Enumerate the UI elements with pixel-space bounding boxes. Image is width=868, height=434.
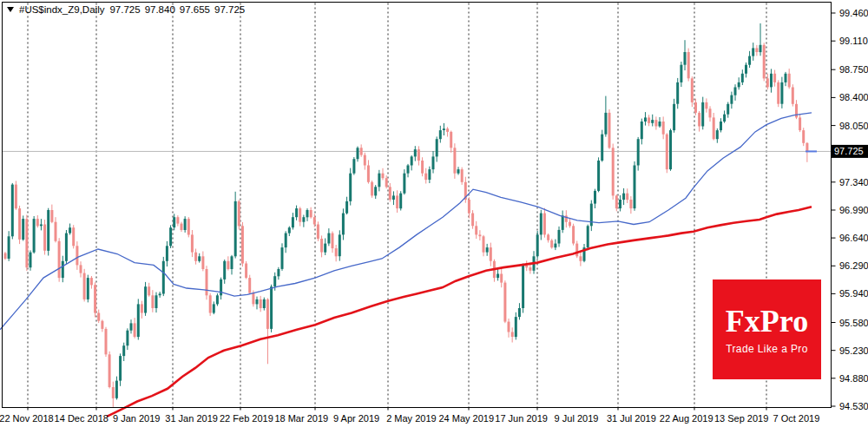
candle-down [201, 256, 204, 269]
candle-up [223, 261, 226, 279]
candle-up [536, 234, 539, 256]
candle-up [33, 219, 36, 253]
candle-up [515, 317, 517, 337]
price-tick-label: 99.110 [839, 36, 868, 46]
candle-up [770, 74, 773, 88]
candle-up [115, 381, 118, 398]
candle-down [802, 130, 805, 143]
candle-down [792, 88, 794, 104]
date-label: 18 Mar 2019 [274, 413, 328, 424]
candle-up [173, 217, 175, 227]
candle-up [518, 308, 521, 317]
price-tick-label: 94.530 [839, 401, 868, 411]
candle-up [11, 185, 14, 237]
candle-up [752, 48, 754, 56]
date-label: 22 Nov 2018 [0, 413, 54, 424]
candle-up [673, 104, 675, 130]
candle-up [562, 215, 564, 230]
candle-up [302, 217, 305, 222]
candle-up [428, 169, 431, 180]
candle-down [364, 155, 366, 166]
candle-down [766, 78, 769, 87]
open-value: 97.725 [109, 4, 140, 15]
candle-up [166, 246, 168, 261]
candle-down [511, 332, 514, 338]
candle-down [25, 219, 28, 267]
candle-up [339, 234, 341, 256]
candle-down [421, 161, 424, 174]
candle-up [399, 194, 402, 209]
candle-up [780, 82, 783, 104]
candle-down [626, 194, 628, 200]
chart-window: #US$indx_Z9,Daily 97.725 97.840 97.655 9… [0, 0, 868, 434]
candle-up [414, 149, 417, 156]
candle-down [648, 117, 650, 122]
candle-down [206, 269, 208, 295]
candle-down [446, 128, 449, 132]
candle-down [615, 195, 618, 208]
candle-up [184, 219, 187, 230]
candle-up [285, 233, 287, 248]
candle-down [755, 48, 758, 52]
candle-up [155, 295, 158, 308]
candle-up [734, 88, 737, 95]
candle-down [108, 354, 111, 387]
candle-up [659, 122, 661, 127]
candle-down [317, 225, 319, 240]
candle-down [629, 200, 632, 208]
candle-down [687, 52, 690, 78]
candle-up [352, 159, 355, 174]
candle-down [694, 102, 697, 113]
candle-up [62, 261, 64, 278]
candle-up [407, 166, 410, 174]
candle-down [299, 208, 301, 222]
candle-down [608, 113, 611, 148]
candle-up [730, 95, 733, 104]
candle-down [241, 226, 244, 263]
candle-down [705, 102, 707, 108]
low-value: 97.655 [180, 4, 210, 15]
candle-up [637, 139, 640, 165]
candle-down [471, 214, 474, 227]
candle-down [612, 148, 615, 195]
candle-down [389, 187, 391, 200]
candle-down [335, 248, 338, 256]
candle-down [248, 278, 251, 293]
candle-down [382, 174, 385, 179]
price-tick-label: 98.050 [839, 121, 868, 131]
candle-up [324, 244, 326, 253]
price-tick-label: 98.400 [839, 92, 868, 102]
date-label: 14 Dec 2018 [55, 413, 108, 424]
candle-down [310, 210, 312, 217]
close-value: 97.725 [214, 4, 245, 15]
candle-down [36, 219, 39, 226]
candle-down [266, 299, 269, 329]
fxpro-logo: FxPro Trade Like a Pro [713, 279, 821, 379]
candle-up [641, 122, 643, 139]
candle-down [141, 304, 143, 312]
candle-down [94, 285, 96, 312]
candle-down [579, 256, 582, 261]
collapse-triangle-icon[interactable] [7, 7, 14, 12]
candle-down [90, 278, 93, 285]
candle-up [587, 226, 589, 247]
candle-down [332, 233, 334, 249]
candle-up [622, 194, 625, 200]
candle-up [651, 120, 654, 123]
candle-up [87, 278, 89, 299]
candle-down [569, 222, 571, 227]
candle-up [292, 217, 294, 227]
candle-down [43, 225, 46, 251]
candle-down [450, 132, 452, 148]
candle-up [738, 82, 740, 88]
price-tick-label: 97.340 [839, 177, 868, 187]
candle-up [277, 269, 279, 276]
candle-up [40, 225, 43, 227]
fxpro-brand-text: FxPro [726, 306, 808, 337]
candle-up [122, 345, 125, 356]
candle-up [785, 74, 787, 82]
candle-up [327, 233, 330, 244]
candle-up [374, 187, 377, 195]
candle-up [701, 102, 704, 127]
candle-up [432, 156, 435, 169]
